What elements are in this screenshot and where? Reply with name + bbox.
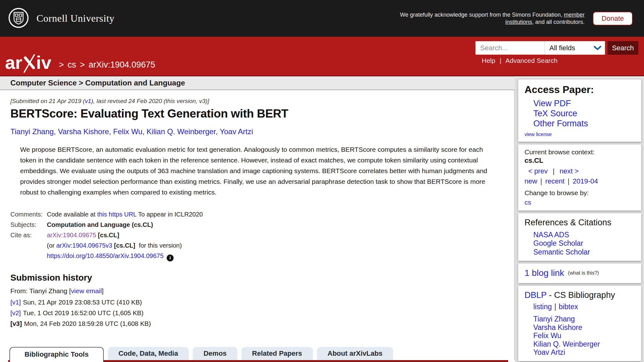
tab-bibliographic-tools[interactable]: Bibliographic Tools [9, 347, 104, 362]
cornell-brand-link[interactable]: Cornell University [8, 8, 114, 30]
version-row-v3: [v3]Mon, 24 Feb 2020 18:59:28 UTC (1,608… [10, 320, 502, 327]
subjects-value: Computation and Language (cs.CL) [44, 221, 153, 228]
arxiv-abstract-page: Cornell University We gratefully acknowl… [0, 0, 644, 362]
v2-link[interactable]: [v2] [10, 309, 21, 316]
cite-arxiv-link[interactable]: arXiv:1904.09675 [47, 232, 96, 239]
dblp-box: DBLP - CS Bibliography listing|bibtex Ti… [518, 286, 641, 361]
arxiv-banner: ar iv > cs > arXiv:1904.09675 [0, 37, 644, 76]
abstract-text: We propose BERTScore, an automatic evalu… [20, 144, 493, 198]
cite-version-row: (or arXiv:1904.09675v3 [cs.CL] for this … [10, 242, 502, 249]
subject-bar: Computer Science > Computation and Langu… [0, 76, 515, 90]
what-is-this-link[interactable]: (what is this?) [568, 270, 599, 276]
search-area: All fields Search Help | Advanced Search [475, 41, 638, 64]
advanced-search-link[interactable]: Advanced Search [505, 57, 558, 64]
v1-link[interactable]: [v1] [10, 299, 21, 306]
search-button[interactable]: Search [608, 41, 638, 55]
code-url-link[interactable]: this https URL [97, 211, 136, 218]
recent-link[interactable]: recent [545, 177, 564, 185]
dblp-author-link[interactable]: Tianyi Zhang [533, 315, 637, 323]
arxiv-logo[interactable]: ar iv [5, 54, 51, 70]
dblp-bibtex-link[interactable]: bibtex [559, 303, 578, 311]
arxivlabs-tabs: Bibliographic Tools Code, Data, Media De… [9, 347, 393, 362]
version-row-v2: [v2]Tue, 1 Oct 2019 16:52:00 UTC (1,605 … [10, 309, 502, 317]
subject-breadcrumb: Computer Science > Computation and Langu… [10, 79, 185, 87]
submission-dateline: [Submitted on 21 Apr 2019 (v1), last rev… [10, 98, 502, 105]
author-link[interactable]: Felix Wu [113, 127, 142, 136]
subjects-row: Subjects: Computation and Language (cs.C… [10, 221, 502, 228]
dblp-link[interactable]: DBLP [525, 290, 547, 300]
field-selector-dropdown[interactable]: All fields [545, 41, 605, 55]
access-paper-box: Access Paper: View PDF TeX Source Other … [518, 80, 641, 142]
view-license-link[interactable]: view license [525, 132, 552, 137]
dblp-listing-link[interactable]: listing [533, 303, 552, 311]
blog-links-box: 1 blog link (what is this?) [518, 264, 641, 283]
view-pdf-link[interactable]: View PDF [533, 99, 637, 109]
paper-title: BERTScore: Evaluating Text Generation wi… [10, 107, 502, 120]
top-header: Cornell University We gratefully acknowl… [0, 0, 644, 37]
search-input[interactable] [475, 41, 545, 55]
semantic-scholar-link[interactable]: Semantic Scholar [533, 248, 637, 257]
cite-version-link[interactable]: arXiv:1904.09675v3 [56, 242, 112, 249]
cornell-seal-icon [8, 8, 29, 30]
prev-link[interactable]: < prev [528, 167, 548, 175]
submission-history-heading: Submission history [10, 273, 502, 283]
month-link[interactable]: 2019-04 [573, 177, 598, 185]
v3-current-tag: [v3] [10, 320, 22, 327]
author-link[interactable]: Varsha Kishore [58, 127, 109, 136]
dblp-author-link[interactable]: Felix Wu [533, 332, 637, 340]
version-row-v1: [v1]Sun, 21 Apr 2019 23:08:53 UTC (410 K… [10, 299, 502, 306]
dblp-author-link[interactable]: Kilian Q. Weinberger [533, 340, 637, 348]
dblp-heading: DBLP - CS Bibliography [525, 290, 637, 300]
right-sidebar: Access Paper: View PDF TeX Source Other … [515, 77, 644, 362]
references-citations-box: References & Citations NASA ADS Google S… [518, 213, 641, 261]
browse-cs-link[interactable]: cs [525, 199, 531, 206]
blog-link[interactable]: 1 blog link [525, 268, 564, 278]
main-content: [Submitted on 21 Apr 2019 (v1), last rev… [0, 90, 515, 360]
from-line: From: Tianyi Zhang [view email] [10, 287, 502, 295]
author-link[interactable]: Yoav Artzi [220, 127, 253, 136]
arxiv-chi-icon [23, 54, 36, 75]
change-browse-label: Change to browse by: [525, 189, 637, 197]
author-link[interactable]: Kilian Q. Weinberger [147, 127, 216, 136]
tab-related-papers[interactable]: Related Papers [242, 347, 313, 360]
next-link[interactable]: next > [559, 167, 579, 175]
tab-about-arxivlabs[interactable]: About arXivLabs [317, 347, 393, 360]
comments-row: Comments: Code available at this https U… [10, 211, 502, 218]
help-link[interactable]: Help [482, 57, 495, 64]
google-scholar-link[interactable]: Google Scholar [533, 239, 637, 248]
tab-demos[interactable]: Demos [193, 347, 237, 360]
metadata-table: Comments: Code available at this https U… [10, 211, 502, 261]
v1-dateline-link[interactable]: v1 [85, 98, 91, 104]
breadcrumb-cs-link[interactable]: cs [68, 60, 76, 70]
doi-link[interactable]: https://doi.org/10.48550/arXiv.1904.0967… [47, 252, 164, 259]
browse-context-box: Current browse context: cs.CL < prev|nex… [518, 145, 641, 211]
dblp-author-link[interactable]: Varsha Kishore [533, 323, 637, 332]
references-citations-heading: References & Citations [525, 218, 637, 228]
access-paper-heading: Access Paper: [525, 84, 637, 96]
breadcrumb-paper-id: arXiv:1904.09675 [89, 60, 155, 70]
author-link[interactable]: Tianyi Zhang [10, 127, 54, 136]
cornell-wordmark: Cornell University [36, 13, 114, 24]
info-circle-icon[interactable]: i [167, 255, 174, 261]
doi-row: https://doi.org/10.48550/arXiv.1904.0967… [10, 252, 502, 261]
tex-source-link[interactable]: TeX Source [533, 109, 637, 119]
authors-line: Tianyi Zhang, Varsha Kishore, Felix Wu, … [10, 127, 502, 136]
cite-as-row: Cite as: arXiv:1904.09675 [cs.CL] [10, 232, 502, 239]
support-acknowledgment: We gratefully acknowledge support from t… [383, 11, 585, 25]
donate-button[interactable]: Donate [593, 12, 633, 25]
dblp-author-link[interactable]: Yoav Artzi [533, 348, 637, 356]
browse-context-label: Current browse context: [525, 148, 637, 156]
breadcrumb: > cs > arXiv:1904.09675 [55, 60, 155, 70]
new-link[interactable]: new [525, 177, 537, 185]
chevron-down-icon [594, 44, 601, 52]
nasa-ads-link[interactable]: NASA ADS [533, 231, 637, 239]
tab-code-data-media[interactable]: Code, Data, Media [108, 347, 189, 360]
view-email-link[interactable]: view email [71, 287, 102, 294]
browse-context-value: cs.CL [525, 156, 637, 165]
other-formats-link[interactable]: Other Formats [533, 119, 637, 129]
